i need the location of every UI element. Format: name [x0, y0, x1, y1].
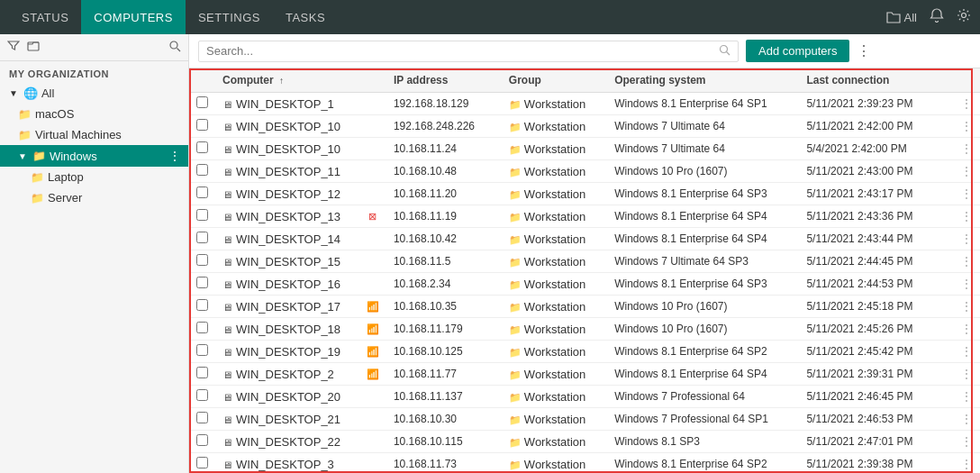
row-more-icon[interactable]: ⋮	[960, 367, 973, 381]
search-input[interactable]	[206, 44, 719, 58]
row-more-icon[interactable]: ⋮	[960, 186, 973, 201]
header-computer[interactable]: Computer ↑	[215, 68, 359, 93]
row-more-cell[interactable]: ⋮	[953, 250, 980, 273]
nav-settings[interactable]: SETTINGS	[186, 0, 273, 34]
table-row[interactable]: 🖥WIN_DESKTOP_310.168.11.73📁WorkstationWi…	[189, 453, 980, 474]
row-more-cell[interactable]: ⋮	[953, 228, 980, 250]
row-ip: 192.168.18.129	[386, 93, 502, 115]
table-row[interactable]: 🖥WIN_DESKTOP_1410.168.10.42📁WorkstationW…	[189, 228, 980, 250]
table-row[interactable]: 🖥WIN_DESKTOP_13⊠10.168.11.19📁Workstation…	[189, 205, 980, 228]
row-more-cell[interactable]: ⋮	[953, 363, 980, 386]
row-checkbox[interactable]	[196, 119, 208, 131]
table-row[interactable]: 🖥WIN_DESKTOP_19📶10.168.10.125📁Workstatio…	[189, 341, 980, 363]
sidebar-item-macos[interactable]: 📁 macOS	[0, 104, 188, 124]
sidebar-search-icon[interactable]	[168, 40, 181, 55]
table-row[interactable]: 🖥WIN_DESKTOP_2110.168.10.30📁WorkstationW…	[189, 408, 980, 431]
header-group[interactable]: Group	[502, 68, 607, 93]
nav-tasks[interactable]: TASKS	[273, 0, 338, 34]
header-ip[interactable]: IP address	[386, 68, 502, 93]
row-more-icon[interactable]: ⋮	[960, 434, 973, 449]
sidebar-item-laptop[interactable]: 📁 Laptop	[0, 167, 188, 187]
table-row[interactable]: 🖥WIN_DESKTOP_1210.168.11.20📁WorkstationW…	[189, 183, 980, 205]
row-checkbox[interactable]	[196, 322, 208, 333]
row-checkbox[interactable]	[196, 164, 208, 176]
row-more-cell[interactable]: ⋮	[953, 408, 980, 431]
row-more-cell[interactable]: ⋮	[953, 205, 980, 228]
header-last-connection[interactable]: Last connection	[799, 68, 953, 93]
row-more-cell[interactable]: ⋮	[953, 93, 980, 115]
sidebar-item-virtual-machines[interactable]: 📁 Virtual Machines	[0, 124, 188, 145]
row-checkbox[interactable]	[196, 367, 208, 378]
row-checkbox[interactable]	[196, 254, 208, 266]
search-box[interactable]	[198, 41, 739, 62]
row-checkbox[interactable]	[196, 141, 208, 153]
sidebar-item-windows[interactable]: ▼ 📁 Windows ⋮	[0, 145, 188, 167]
row-checkbox[interactable]	[196, 232, 208, 243]
header-os[interactable]: Operating system	[607, 68, 799, 93]
row-more-cell[interactable]: ⋮	[953, 273, 980, 296]
row-more-icon[interactable]: ⋮	[960, 277, 973, 291]
row-more-icon[interactable]: ⋮	[960, 254, 973, 268]
table-row[interactable]: 🖥WIN_DESKTOP_18📶10.168.11.179📁Workstatio…	[189, 318, 980, 341]
row-checkbox[interactable]	[196, 277, 208, 288]
row-more-cell[interactable]: ⋮	[953, 431, 980, 453]
row-checkbox[interactable]	[196, 186, 208, 198]
table-row[interactable]: 🖥WIN_DESKTOP_1192.168.18.129📁Workstation…	[189, 93, 980, 115]
table-row[interactable]: 🖥WIN_DESKTOP_17📶10.168.10.35📁Workstation…	[189, 296, 980, 318]
row-checkbox[interactable]	[196, 209, 208, 221]
table-row[interactable]: 🖥WIN_DESKTOP_1610.168.2.34📁WorkstationWi…	[189, 273, 980, 296]
row-more-icon[interactable]: ⋮	[960, 322, 973, 336]
filter-icon[interactable]	[7, 40, 20, 55]
row-more-icon[interactable]: ⋮	[960, 412, 973, 426]
row-more-icon[interactable]: ⋮	[960, 96, 973, 111]
row-more-icon[interactable]: ⋮	[960, 141, 973, 156]
row-status-icon-cell	[359, 115, 386, 138]
add-computers-button[interactable]: Add computers	[746, 40, 849, 62]
folder-view-icon[interactable]	[27, 40, 40, 55]
row-more-cell[interactable]: ⋮	[953, 138, 980, 160]
row-more-icon[interactable]: ⋮	[960, 232, 973, 246]
row-more-icon[interactable]: ⋮	[960, 119, 973, 133]
row-checkbox[interactable]	[196, 96, 208, 108]
row-more-cell[interactable]: ⋮	[953, 386, 980, 408]
computer-icon: 🖥	[222, 369, 232, 380]
more-icon[interactable]: ⋮	[168, 149, 181, 163]
nav-all[interactable]: All	[886, 11, 917, 24]
row-more-icon[interactable]: ⋮	[960, 344, 973, 359]
computers-table-container[interactable]: Computer ↑ IP address Group Operating sy…	[189, 68, 980, 473]
bell-icon[interactable]	[930, 8, 944, 26]
sidebar-item-server[interactable]: 📁 Server	[0, 187, 188, 208]
row-more-icon[interactable]: ⋮	[960, 209, 973, 223]
group-folder-icon: 📁	[509, 392, 522, 403]
row-checkbox[interactable]	[196, 412, 208, 423]
row-more-cell[interactable]: ⋮	[953, 183, 980, 205]
table-row[interactable]: 🖥WIN_DESKTOP_1510.168.11.5📁WorkstationWi…	[189, 250, 980, 273]
row-checkbox[interactable]	[196, 344, 208, 356]
row-more-cell[interactable]: ⋮	[953, 341, 980, 363]
table-row[interactable]: 🖥WIN_DESKTOP_1110.168.10.48📁WorkstationW…	[189, 160, 980, 183]
row-more-icon[interactable]: ⋮	[960, 164, 973, 178]
row-more-icon[interactable]: ⋮	[960, 299, 973, 314]
nav-status[interactable]: STATUS	[9, 0, 81, 34]
row-checkbox[interactable]	[196, 457, 208, 468]
row-more-cell[interactable]: ⋮	[953, 160, 980, 183]
table-row[interactable]: 🖥WIN_DESKTOP_2010.168.11.137📁Workstation…	[189, 386, 980, 408]
sidebar-item-all[interactable]: ▼ 🌐 All	[0, 83, 188, 104]
row-checkbox[interactable]	[196, 389, 208, 401]
row-checkbox[interactable]	[196, 299, 208, 311]
table-row[interactable]: 🖥WIN_DESKTOP_1010.168.11.24📁WorkstationW…	[189, 138, 980, 160]
row-more-icon[interactable]: ⋮	[960, 389, 973, 404]
gear-icon[interactable]	[957, 8, 971, 26]
row-checkbox[interactable]	[196, 434, 208, 446]
row-more-icon[interactable]: ⋮	[960, 457, 973, 471]
group-folder-icon: 📁	[509, 234, 522, 245]
row-more-cell[interactable]: ⋮	[953, 296, 980, 318]
table-row[interactable]: 🖥WIN_DESKTOP_10192.168.248.226📁Workstati…	[189, 115, 980, 138]
row-more-cell[interactable]: ⋮	[953, 318, 980, 341]
table-row[interactable]: 🖥WIN_DESKTOP_2📶10.168.11.77📁WorkstationW…	[189, 363, 980, 386]
nav-computers[interactable]: COMPUTERS	[81, 0, 186, 34]
content-more-icon[interactable]: ⋮	[857, 42, 871, 59]
row-more-cell[interactable]: ⋮	[953, 453, 980, 474]
table-row[interactable]: 🖥WIN_DESKTOP_2210.168.10.115📁Workstation…	[189, 431, 980, 453]
row-more-cell[interactable]: ⋮	[953, 115, 980, 138]
